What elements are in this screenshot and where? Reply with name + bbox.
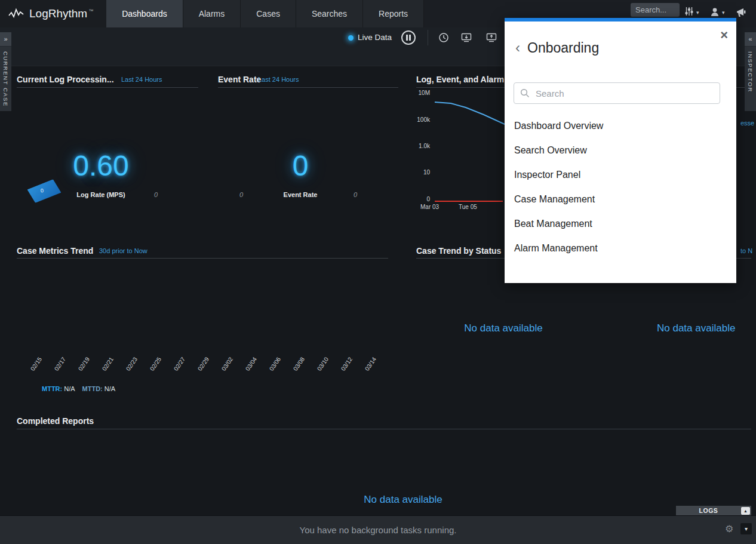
logs-label: LOGS bbox=[676, 507, 741, 514]
mttd-label: MTTD: bbox=[82, 385, 103, 392]
mttr-label: MTTR: bbox=[42, 385, 62, 392]
onboarding-search-input[interactable] bbox=[534, 88, 714, 99]
background-tasks-bar: You have no background tasks running. bbox=[0, 515, 756, 544]
main-nav-tabs: Dashboards Alarms Cases Searches Reports bbox=[106, 0, 424, 27]
user-caret-icon[interactable]: ▾ bbox=[722, 10, 725, 16]
lea-x-tick: Mar 03 bbox=[420, 204, 439, 210]
onboarding-search[interactable] bbox=[514, 82, 720, 104]
app-window: LogRhythm ™ Dashboards Alarms Cases Sear… bbox=[0, 0, 756, 544]
pause-icon bbox=[406, 35, 408, 41]
event-rate-value: 0 bbox=[218, 149, 383, 182]
panel-title-case-metrics: Case Metrics Trend bbox=[17, 246, 93, 256]
brand-trademark: ™ bbox=[88, 8, 93, 14]
export-display-icon[interactable] bbox=[461, 33, 472, 42]
mttr-value: N/A bbox=[64, 385, 75, 392]
x-axis-date-label: 03/02 bbox=[220, 356, 234, 372]
lea-x-tick: Tue 05 bbox=[459, 204, 477, 210]
onboarding-menu: Dashboard Overview Search Overview Inspe… bbox=[514, 113, 727, 260]
nav-tab-cases[interactable]: Cases bbox=[241, 0, 296, 27]
case-trend-clipped-range: to N bbox=[740, 247, 752, 254]
needle-value: 0 bbox=[40, 188, 44, 193]
event-rate-gauge-min: 0 bbox=[239, 191, 243, 198]
pause-live-data-button[interactable] bbox=[401, 30, 416, 45]
panel-divider bbox=[17, 87, 198, 88]
nav-tab-reports[interactable]: Reports bbox=[363, 0, 424, 27]
close-icon[interactable]: × bbox=[720, 29, 728, 42]
panel-title-log-event-alarm: Log, Event, and Alarm bbox=[416, 75, 504, 84]
x-axis-date-label: 02/27 bbox=[173, 356, 186, 372]
log-rate-gauge-max: 0 bbox=[154, 191, 158, 198]
filters-sliders-icon[interactable] bbox=[684, 7, 694, 16]
nav-tab-dashboards[interactable]: Dashboards bbox=[106, 0, 183, 27]
event-rate-gauge-max: 0 bbox=[354, 191, 357, 198]
current-case-drawer-tab[interactable]: » CURRENT CASE bbox=[0, 32, 11, 111]
popup-title: Onboarding bbox=[527, 40, 599, 56]
current-case-label: CURRENT CASE bbox=[2, 51, 9, 107]
onboarding-item-inspector-panel[interactable]: Inspector Panel bbox=[514, 162, 727, 187]
case-trend-no-data: No data available bbox=[438, 322, 569, 334]
nav-tab-searches[interactable]: Searches bbox=[296, 0, 363, 27]
panel-range-event-rate[interactable]: Last 24 Hours bbox=[258, 76, 299, 83]
live-data-indicator-icon bbox=[348, 35, 354, 41]
onboarding-item-search-overview[interactable]: Search Overview bbox=[514, 138, 727, 162]
x-axis-date-label: 02/21 bbox=[101, 356, 115, 372]
panel-title-completed-reports: Completed Reports bbox=[17, 416, 94, 426]
x-axis-date-label: 02/15 bbox=[29, 356, 43, 372]
onboarding-item-dashboard-overview[interactable]: Dashboard Overview bbox=[514, 113, 727, 138]
live-data-label: Live Data bbox=[358, 33, 392, 42]
x-axis-date-label: 02/17 bbox=[53, 356, 67, 372]
case-metrics-summary: MTTR:N/AMTTD:N/A bbox=[42, 385, 115, 392]
back-chevron-icon[interactable]: ‹ bbox=[515, 41, 520, 55]
x-axis-date-label: 03/12 bbox=[340, 356, 354, 372]
onboarding-item-beat-management[interactable]: Beat Management bbox=[514, 211, 727, 236]
x-axis-date-label: 03/08 bbox=[292, 356, 306, 372]
expand-left-icon[interactable]: « bbox=[745, 32, 756, 47]
lea-clipped-legend-text: esse bbox=[740, 119, 754, 127]
x-axis-date-label: 03/10 bbox=[316, 356, 330, 372]
search-icon bbox=[520, 88, 530, 98]
pause-icon bbox=[409, 35, 411, 41]
onboarding-item-case-management[interactable]: Case Management bbox=[514, 187, 727, 211]
nav-tab-alarms[interactable]: Alarms bbox=[183, 0, 241, 27]
panel-divider bbox=[17, 258, 388, 259]
onboarding-popup: ‹ Onboarding × Dashboard Overview Search… bbox=[505, 18, 736, 283]
panel-range-case-metrics[interactable]: 30d prior to Now bbox=[99, 247, 147, 254]
mttd-value: N/A bbox=[105, 385, 115, 392]
x-axis-date-label: 03/04 bbox=[244, 356, 258, 372]
x-axis-date-label: 02/19 bbox=[77, 356, 91, 372]
lea-logs-series-line bbox=[435, 102, 505, 124]
up-arrow-icon: ▲ bbox=[743, 509, 748, 513]
x-axis-date-label: 03/14 bbox=[364, 356, 377, 372]
global-search bbox=[631, 3, 680, 17]
panel-title-log-processing: Current Log Processin... bbox=[17, 75, 114, 84]
expand-right-icon[interactable]: » bbox=[0, 32, 11, 47]
filters-caret-icon[interactable]: ▾ bbox=[696, 10, 699, 16]
panel-title-case-trend: Case Trend by Status bbox=[416, 246, 501, 256]
time-range-clock-icon[interactable] bbox=[438, 32, 449, 43]
global-search-input[interactable] bbox=[631, 3, 680, 17]
panel-title-event-rate: Event Rate bbox=[218, 75, 261, 84]
gear-icon[interactable]: ⚙ bbox=[725, 523, 733, 534]
save-display-icon[interactable] bbox=[486, 33, 497, 42]
x-axis-date-label: 02/29 bbox=[196, 356, 210, 372]
panel-divider bbox=[218, 87, 398, 88]
inspector-label: INSPECTOR bbox=[747, 51, 754, 93]
onboarding-item-alarm-management[interactable]: Alarm Management bbox=[514, 236, 727, 260]
background-tasks-message: You have no background tasks running. bbox=[0, 516, 756, 544]
logs-drawer-tab[interactable]: LOGS ▲ bbox=[676, 506, 751, 515]
logs-expand-button[interactable]: ▲ bbox=[741, 507, 750, 515]
x-axis-date-label: 02/25 bbox=[149, 356, 162, 372]
inspector-drawer-tab[interactable]: « INSPECTOR bbox=[745, 32, 756, 111]
right-panel-no-data: No data available bbox=[657, 322, 735, 334]
panel-range-log-processing[interactable]: Last 24 Hours bbox=[121, 76, 162, 83]
log-rate-value: 0.60 bbox=[17, 149, 185, 182]
logrhythm-logo[interactable]: LogRhythm ™ bbox=[0, 0, 106, 27]
announcements-megaphone-icon[interactable] bbox=[735, 7, 748, 18]
logrhythm-waveform-icon bbox=[8, 7, 24, 20]
user-profile-icon[interactable] bbox=[709, 7, 720, 17]
reports-no-data: No data available bbox=[337, 494, 469, 506]
collapse-footer-button[interactable]: ▾ bbox=[740, 523, 752, 534]
log-rate-gauge-needle: 0 bbox=[26, 179, 62, 204]
chevron-down-icon: ▾ bbox=[745, 525, 748, 532]
x-axis-date-label: 02/23 bbox=[125, 356, 139, 372]
